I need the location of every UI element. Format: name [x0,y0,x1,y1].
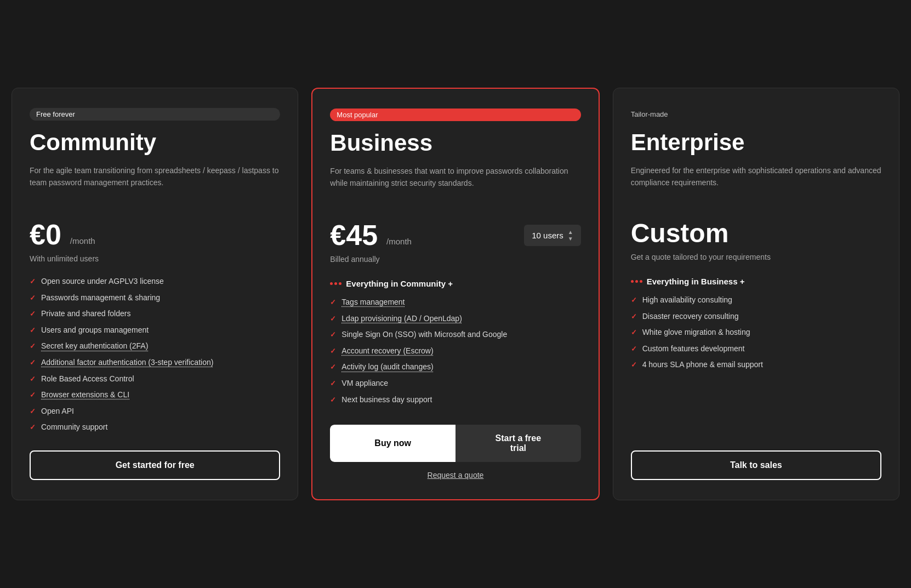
list-item: ✓ White glove migration & hosting [631,327,881,338]
feature-label: VM appliance [341,378,388,389]
community-price: €0 [30,218,61,251]
feature-label: Passwords management & sharing [41,293,160,304]
list-item: ✓ Disaster recovery consulting [631,311,881,322]
feature-label: Account recovery (Escrow) [341,346,433,357]
list-item: ✓ Browser extensions & CLI [30,390,280,401]
business-price-subtitle: Billed annually [330,255,580,264]
feature-label: Custom features development [642,344,745,355]
business-price-row: €45 /month 10 users ▲ ▼ [330,219,580,252]
list-item: ✓ High availability consulting [631,295,881,306]
business-price-period: /month [386,237,412,246]
feature-label: Community support [41,422,107,433]
list-item: ✓ Passwords management & sharing [30,293,280,304]
community-price-subtitle: With unlimited users [30,254,280,263]
business-badge: Most popular [330,109,580,121]
community-plan-name: Community [30,129,280,156]
request-quote-link[interactable]: Request a quote [330,471,580,479]
list-item: ✓ Users and groups management [30,325,280,336]
business-price: €45 [330,219,378,252]
community-cta-area: Get started for free [30,450,280,480]
list-item: ✓ Custom features development [631,344,881,355]
users-arrows: ▲ ▼ [568,229,573,242]
check-icon: ✓ [330,298,336,307]
start-trial-button[interactable]: Start a freetrial [456,425,581,462]
dots-icon [330,282,341,285]
enterprise-features-list: ✓ High availability consulting ✓ Disaste… [631,295,881,433]
list-item: ✓ Single Sign On (SSO) with Microsoft an… [330,329,580,340]
check-icon: ✓ [631,360,637,370]
feature-label: 4 hours SLA phone & email support [642,359,763,370]
list-item: ✓ Next business day support [330,395,580,406]
community-features-list: ✓ Open source under AGPLV3 license ✓ Pas… [30,276,280,433]
check-icon: ✓ [631,295,637,305]
business-cta-area: Buy now Start a freetrial Request a quot… [330,425,580,479]
feature-label: High availability consulting [642,295,732,306]
list-item: ✓ Secret key authentication (2FA) [30,341,280,352]
list-item: ✓ Open API [30,406,280,417]
feature-label: Secret key authentication (2FA) [41,341,148,352]
list-item: ✓ Open source under AGPLV3 license [30,276,280,287]
dot-1 [631,280,634,283]
check-icon: ✓ [30,374,36,384]
community-price-row: €0 /month [30,218,280,251]
feature-label: Additional factor authentication (3-step… [41,357,213,368]
talk-to-sales-button[interactable]: Talk to sales [631,450,881,480]
enterprise-cta-area: Talk to sales [631,450,881,480]
list-item: ✓ Activity log (audit changes) [330,362,580,373]
check-icon: ✓ [30,309,36,319]
pricing-container: Free forever Community For the agile tea… [12,88,899,500]
check-icon: ✓ [330,362,336,372]
enterprise-price-custom: Custom [631,218,881,248]
community-card: Free forever Community For the agile tea… [12,88,298,500]
arrow-up-icon: ▲ [568,229,573,235]
check-icon: ✓ [631,328,637,338]
list-item: ✓ Role Based Access Control [30,374,280,385]
dot-2 [334,282,337,285]
check-icon: ✓ [30,277,36,287]
check-icon: ✓ [631,344,637,354]
list-item: ✓ Account recovery (Escrow) [330,346,580,357]
feature-label: White glove migration & hosting [642,327,750,338]
list-item: ✓ Tags management [330,297,580,308]
check-icon: ✓ [330,395,336,405]
enterprise-card: Tailor-made Enterprise Engineered for th… [613,88,899,500]
check-icon: ✓ [30,423,36,432]
dot-2 [635,280,638,283]
community-cta-button[interactable]: Get started for free [30,450,280,480]
check-icon: ✓ [330,314,336,324]
check-icon: ✓ [330,330,336,340]
check-icon: ✓ [330,379,336,389]
enterprise-plan-name: Enterprise [631,129,881,156]
check-icon: ✓ [30,326,36,335]
list-item: ✓ Ldap provisioning (AD / OpenLdap) [330,313,580,324]
community-description: For the agile team transitioning from sp… [30,164,280,203]
check-icon: ✓ [30,293,36,303]
buy-now-button[interactable]: Buy now [330,425,456,462]
list-item: ✓ Additional factor authentication (3-st… [30,357,280,368]
check-icon: ✓ [30,341,36,351]
dots-icon [631,280,642,283]
check-icon: ✓ [330,346,336,356]
check-icon: ✓ [631,312,637,322]
dot-1 [330,282,333,285]
feature-label: Open source under AGPLV3 license [41,276,164,287]
list-item: ✓ VM appliance [330,378,580,389]
feature-label: Next business day support [341,395,432,406]
business-features-heading: Everything in Community + [330,279,580,288]
feature-label: Users and groups management [41,325,149,336]
arrow-down-icon: ▼ [568,236,573,242]
feature-label: Open API [41,406,74,417]
feature-label: Tags management [341,297,405,308]
users-count-label: 10 users [532,231,563,240]
feature-label: Private and shared folders [41,309,130,319]
community-badge: Free forever [30,108,280,121]
list-item: ✓ Community support [30,422,280,433]
community-price-period: /month [70,236,95,246]
feature-label: Ldap provisioning (AD / OpenLdap) [341,313,462,324]
users-selector[interactable]: 10 users ▲ ▼ [524,225,580,246]
feature-label: Browser extensions & CLI [41,390,129,401]
enterprise-price-subtitle: Get a quote tailored to your requirement… [631,253,881,261]
business-cta-buttons: Buy now Start a freetrial [330,425,580,462]
feature-label: Activity log (audit changes) [341,362,433,373]
check-icon: ✓ [30,407,36,416]
